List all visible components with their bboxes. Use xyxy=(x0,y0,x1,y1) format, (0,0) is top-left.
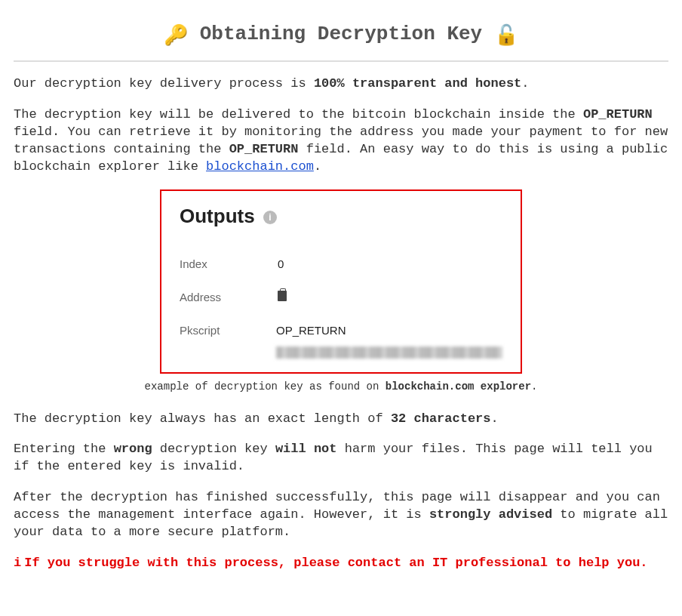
outputs-title-text: Outputs xyxy=(180,205,255,227)
key-icon: 🔑 xyxy=(164,23,188,50)
title-text: Obtaining Decryption Key xyxy=(200,23,482,45)
clipboard-icon xyxy=(278,291,287,301)
length-t1: The decryption key always has an exact l… xyxy=(14,411,391,426)
intro-suffix: . xyxy=(521,76,529,91)
blockchain-link[interactable]: blockchain.com xyxy=(206,159,314,174)
row-address: Address xyxy=(180,290,502,305)
unlock-icon: 🔓 xyxy=(494,23,518,50)
warning-paragraph: iIf you struggle with this process, plea… xyxy=(14,555,668,572)
length-t2: . xyxy=(491,411,499,426)
wrongkey-b2: will not xyxy=(275,442,337,456)
delivery-t4: . xyxy=(314,159,321,174)
wrongkey-b1: wrong xyxy=(114,442,152,456)
caption-t1: example of decryption key as found on xyxy=(145,380,386,393)
pkscript-text: OP_RETURN xyxy=(276,324,346,337)
outputs-title: Outputs i xyxy=(180,203,502,229)
page-title: 🔑 Obtaining Decryption Key 🔓 xyxy=(14,21,668,50)
after-b1: strongly advised xyxy=(429,507,552,522)
wrongkey-t2: decryption key xyxy=(152,442,275,456)
redacted-bar xyxy=(276,346,502,359)
intro-bold: 100% transparent and honest xyxy=(314,76,521,91)
value-pkscript: OP_RETURN xyxy=(276,323,502,358)
opreturn-2: OP_RETURN xyxy=(229,142,299,156)
intro-prefix: Our decryption key delivery process is xyxy=(14,76,314,91)
value-address xyxy=(278,290,502,305)
after-paragraph: After the decryption has finished succes… xyxy=(14,489,668,541)
label-pkscript: Pkscript xyxy=(180,323,276,358)
caption-b1: blockchain.com explorer xyxy=(386,380,531,393)
length-paragraph: The decryption key always has an exact l… xyxy=(14,411,668,428)
value-index: 0 xyxy=(278,257,502,272)
outputs-figure: Outputs i Index 0 Address Pkscript OP_RE… xyxy=(14,189,668,374)
opreturn-1: OP_RETURN xyxy=(583,107,653,122)
length-b1: 32 characters xyxy=(391,411,491,426)
caption-t2: . xyxy=(531,380,537,393)
wrongkey-paragraph: Entering the wrong decryption key will n… xyxy=(14,441,668,476)
info-icon: i xyxy=(263,211,277,224)
figure-caption: example of decryption key as found on bl… xyxy=(14,380,668,394)
delivery-t1: The decryption key will be delivered to … xyxy=(14,107,583,122)
intro-paragraph: Our decryption key delivery process is 1… xyxy=(14,75,668,93)
label-index: Index xyxy=(180,257,278,272)
info-glyph: i xyxy=(14,556,21,570)
outputs-box: Outputs i Index 0 Address Pkscript OP_RE… xyxy=(160,189,522,374)
row-pkscript: Pkscript OP_RETURN xyxy=(180,323,502,358)
wrongkey-t1: Entering the xyxy=(14,442,114,456)
row-index: Index 0 xyxy=(180,257,502,272)
label-address: Address xyxy=(180,290,278,305)
delivery-paragraph: The decryption key will be delivered to … xyxy=(14,106,668,176)
warning-text: If you struggle with this process, pleas… xyxy=(24,556,647,570)
divider xyxy=(14,60,668,62)
